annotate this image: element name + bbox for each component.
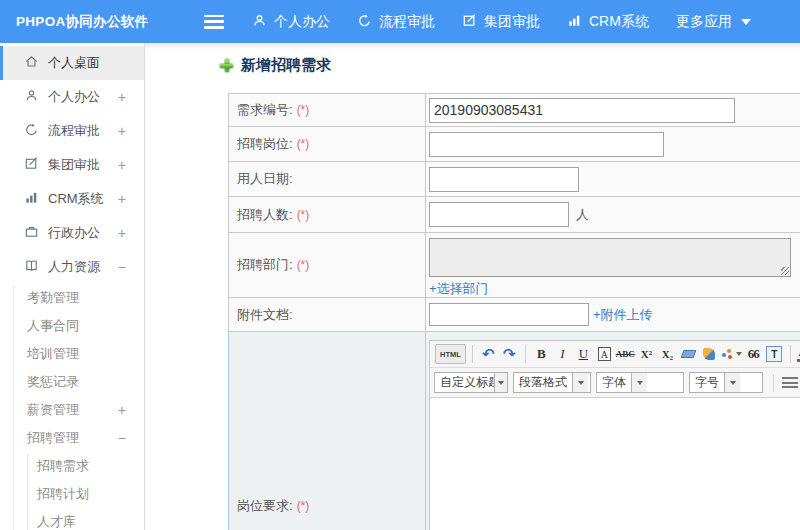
expand-plus-icon[interactable]: +: [118, 402, 144, 418]
sidebar-item-label: 薪资管理: [27, 401, 118, 419]
eraser-icon[interactable]: [680, 350, 696, 358]
recruit-request-form: 需求编号: (*) 招聘岗位: (*) 用人日期:: [228, 93, 800, 530]
required-mark: (*): [297, 137, 310, 151]
sidebar-item-training[interactable]: 培训管理: [0, 340, 144, 368]
sidebar-item-talent-pool[interactable]: 人才库: [0, 508, 144, 530]
undo-icon[interactable]: ↶: [479, 344, 498, 364]
underline-button[interactable]: U: [574, 344, 593, 364]
sidebar-item-label: 个人桌面: [48, 54, 134, 72]
editor-toolbar-row1: HTML ↶ ↷ B I U A ABC X² X₂: [430, 341, 800, 368]
user-icon: [24, 88, 48, 106]
select-department-link[interactable]: +选择部门: [429, 280, 489, 298]
hire-date-input[interactable]: [429, 167, 579, 192]
required-mark: (*): [297, 499, 310, 513]
redo-icon[interactable]: ↷: [500, 344, 519, 364]
green-plus-icon: [220, 59, 233, 72]
font-family-select[interactable]: 字体: [596, 372, 684, 393]
select-value: 段落格式: [514, 374, 572, 391]
select-value: 字号: [690, 374, 724, 391]
attachment-upload-link[interactable]: +附件上传: [593, 306, 653, 324]
toolbar-separator: [773, 374, 774, 392]
sidebar-item-personal-office[interactable]: 个人办公 +: [0, 80, 144, 114]
sidebar-item-recruitment[interactable]: 招聘管理 −: [0, 424, 144, 452]
editor-content-area[interactable]: [430, 397, 800, 530]
subscript-button[interactable]: X₂: [658, 344, 677, 364]
sidebar-item-workflow-approval[interactable]: 流程审批 +: [0, 114, 144, 148]
bar-chart-icon: [567, 13, 589, 31]
page-title: 新增招聘需求: [220, 56, 331, 75]
paragraph-format-select[interactable]: 段落格式: [513, 372, 591, 393]
required-mark: (*): [297, 258, 310, 272]
sidebar-item-label: 人事合同: [27, 317, 144, 335]
top-nav: 个人办公 流程审批 集团审批 CRM系统 更多应用: [252, 13, 778, 31]
topnav-label: 个人办公: [274, 13, 330, 31]
expand-plus-icon[interactable]: +: [118, 89, 134, 105]
bold-button[interactable]: B: [532, 344, 551, 364]
sidebar-item-label: 奖惩记录: [27, 373, 144, 391]
topnav-group-approval[interactable]: 集团审批: [462, 13, 540, 31]
resize-grip[interactable]: [781, 267, 789, 275]
request-no-input[interactable]: [429, 98, 735, 123]
hamburger-menu-icon[interactable]: [204, 15, 224, 29]
department-textarea[interactable]: [429, 238, 791, 277]
strikethrough-button[interactable]: ABC: [616, 344, 635, 364]
expand-plus-icon[interactable]: +: [118, 157, 134, 173]
sidebar-item-label: 招聘计划: [37, 485, 89, 503]
expand-plus-icon[interactable]: +: [118, 225, 134, 241]
form-row-hire-date: 用人日期:: [229, 162, 800, 197]
custom-heading-select[interactable]: 自定义标题: [434, 372, 508, 393]
expand-plus-icon[interactable]: +: [118, 123, 134, 139]
sidebar-item-label: 行政办公: [48, 224, 118, 242]
superscript-button[interactable]: X²: [637, 344, 656, 364]
form-row-job-requirements: 岗位要求: (*) HTML ↶ ↷ B I U A: [228, 332, 800, 530]
effects-dropdown[interactable]: [721, 344, 742, 364]
topnav-workflow-approval[interactable]: 流程审批: [357, 13, 435, 31]
sidebar-item-label: 人才库: [37, 513, 76, 530]
sidebar-item-salary[interactable]: 薪资管理 +: [0, 396, 144, 424]
circular-arrow-icon: [24, 122, 48, 140]
expand-plus-icon[interactable]: +: [118, 191, 134, 207]
topnav-personal-office[interactable]: 个人办公: [252, 13, 330, 31]
collapse-minus-icon[interactable]: −: [118, 430, 144, 446]
headcount-input[interactable]: [429, 202, 569, 227]
collapse-minus-icon[interactable]: −: [118, 259, 134, 275]
italic-button[interactable]: I: [553, 344, 572, 364]
html-source-button[interactable]: HTML: [435, 344, 466, 364]
job-title-input[interactable]: [429, 132, 664, 157]
form-row-job-title: 招聘岗位: (*): [229, 127, 800, 162]
sidebar-item-attendance[interactable]: 考勤管理: [0, 284, 144, 312]
align-left-icon[interactable]: [782, 377, 798, 389]
format-brush-icon[interactable]: [703, 348, 715, 360]
hr-submenu: 考勤管理 人事合同 培训管理 奖惩记录 薪资管理 + 招聘管理 − 招聘需求 招…: [0, 284, 144, 530]
font-size-select[interactable]: 字号: [689, 372, 763, 393]
sidebar-item-crm[interactable]: CRM系统 +: [0, 182, 144, 216]
sidebar-item-label: 招聘管理: [27, 429, 118, 447]
sidebar-item-recruit-request[interactable]: 招聘需求: [0, 452, 144, 480]
page-title-text: 新增招聘需求: [241, 56, 331, 75]
sidebar-item-personal-desktop[interactable]: 个人桌面: [0, 46, 144, 80]
caret-down-icon: [741, 19, 751, 25]
char-style-button[interactable]: A: [598, 347, 611, 361]
sidebar: 个人桌面 个人办公 + 流程审批 + 集团审批 + CRM系统 + 行政办公 +…: [0, 43, 145, 530]
sidebar-item-group-approval[interactable]: 集团审批 +: [0, 148, 144, 182]
sidebar-item-human-resources[interactable]: 人力资源 −: [0, 250, 144, 284]
topnav-label: 更多应用: [676, 13, 732, 31]
select-value: 字体: [597, 374, 631, 391]
topnav-more-apps[interactable]: 更多应用: [676, 13, 751, 31]
sidebar-item-recruit-plan[interactable]: 招聘计划: [0, 480, 144, 508]
sidebar-item-rewards[interactable]: 奖惩记录: [0, 368, 144, 396]
paste-text-icon[interactable]: T: [766, 346, 782, 362]
sidebar-item-hr-contract[interactable]: 人事合同: [0, 312, 144, 340]
caret-down-icon: [736, 352, 742, 356]
attachment-input[interactable]: [429, 303, 589, 326]
topnav-crm[interactable]: CRM系统: [567, 13, 649, 31]
field-label: 招聘部门:: [237, 256, 293, 274]
sidebar-item-administration[interactable]: 行政办公 +: [0, 216, 144, 250]
topnav-label: 集团审批: [484, 13, 540, 31]
top-bar: PHPOA协同办公软件 个人办公 流程审批 集团审批 CRM系统 更多应用: [0, 0, 800, 43]
edit-icon: [24, 156, 48, 174]
topnav-label: 流程审批: [379, 13, 435, 31]
editor-toolbar-row2: 自定义标题 段落格式 字体 字号: [430, 368, 800, 397]
toolbar-separator: [525, 345, 526, 363]
blockquote-button[interactable]: 66: [744, 344, 763, 364]
